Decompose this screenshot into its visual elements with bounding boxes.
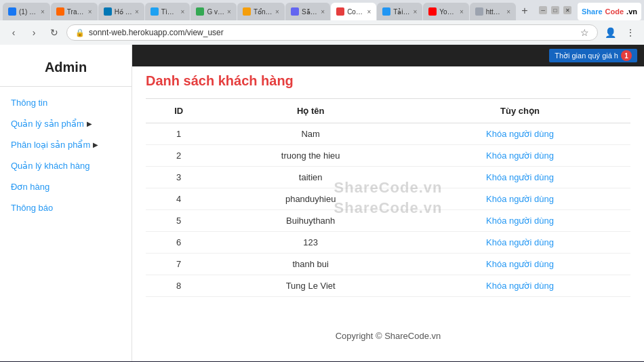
browser-tab-fb[interactable]: (1) Faceb...× [3,3,50,20]
close-button[interactable]: ✕ [563,6,571,14]
cell-action: Khóa người dùng [409,167,630,188]
table-row: 7thanh buiKhóa người dùng [146,254,630,275]
sidebar-item-quan-ly-khach-hang[interactable]: Quản lý khách hàng [0,155,132,176]
tab-favicon-fb [8,7,16,16]
customers-table: ID Họ tên Tùy chọn 1NamKhóa người dùng2t… [146,98,630,297]
browser-tab-trang[interactable]: Trang chi...× [51,3,98,20]
lock-user-link[interactable]: Khóa người dùng [486,216,554,226]
tab-label-fb: (1) Faceb... [19,8,38,16]
tab-close-tai[interactable]: × [413,8,417,16]
minimize-button[interactable]: ─ [539,6,547,14]
browser-tab-th[interactable]: Tổng hợp...× [237,3,285,20]
sidebar-item-don-hang[interactable]: Đơn hàng [0,176,132,197]
new-tab-button[interactable]: + [517,3,533,19]
logo-sc-suffix: .vn [626,7,637,16]
tab-favicon-tai [382,7,390,16]
table-container: ShareCode.vn ShareCode.vn ID Họ tên Tùy … [146,98,630,297]
tab-favicon-tim [150,7,159,16]
tab-label-ho: Hồ sơ ca... [115,8,132,16]
table-row: 3taitienKhóa người dùng [146,167,630,188]
cell-action: Khóa người dùng [409,145,630,167]
table-row: 5BuihuythanhKhóa người dùng [146,210,630,232]
browser-logo: ShareCode.vn [578,3,641,20]
sidebar-item-thong-tin[interactable]: Thông tin [0,92,132,113]
lock-user-link[interactable]: Khóa người dùng [486,129,554,139]
browser-tab-cx[interactable]: CodersX...× [331,3,376,20]
page-wrapper: Admin Thông tinQuản lý sản phẩm▶Phân loạ… [0,45,644,361]
bookmark-icon[interactable]: ☆ [580,27,589,38]
table-row: 2truong the hieuKhóa người dùng [146,145,630,167]
cell-id: 2 [146,145,212,167]
forward-button[interactable]: › [26,24,42,41]
table-header-row: ID Họ tên Tùy chọn [146,99,630,123]
browser-tab-yt[interactable]: YouTube...× [423,3,468,20]
tab-close-trang[interactable]: × [88,8,92,16]
menu-icon[interactable]: ⋮ [622,24,639,41]
lock-user-link[interactable]: Khóa người dùng [486,281,554,291]
tab-close-yt[interactable]: × [460,8,464,16]
lock-user-link[interactable]: Khóa người dùng [486,194,554,204]
tab-favicon-cx [336,7,344,16]
tab-close-sxb[interactable]: × [321,8,325,16]
footer-text: Copyright © ShareCode.vn [336,331,441,341]
sidebar-title: Admin [0,52,132,87]
table-header: ID Họ tên Tùy chọn [146,99,630,123]
cell-name: phanduyhieu [212,188,409,210]
cell-id: 3 [146,167,212,188]
table-row: 1NamKhóa người dùng [146,123,630,145]
cell-name: Buihuythanh [212,210,409,232]
tab-label-trang: Trang chi... [67,8,85,16]
tab-label-sxb: Sắp xếp... [302,8,318,16]
user-icon[interactable]: 👤 [602,24,618,41]
reload-button[interactable]: ↻ [46,24,62,41]
page-title: Danh sách khách hàng [146,73,630,89]
tab-favicon-https [475,7,483,16]
cell-action: Khóa người dùng [409,210,630,232]
cell-id: 6 [146,232,212,254]
browser-tab-https[interactable]: https://so...× [470,3,516,20]
address-input[interactable]: 🔒 sonnt-web.herokuapp.com/view_user ☆ [66,24,598,41]
lock-user-link[interactable]: Khóa người dùng [486,172,554,182]
sidebar-item-phan-loai-san-pham[interactable]: Phân loại sản phẩm▶ [0,134,132,155]
col-id: ID [146,99,212,123]
tab-close-tim[interactable]: × [181,8,185,16]
tab-close-th[interactable]: × [275,8,279,16]
browser-tab-ho[interactable]: Hồ sơ ca...× [98,3,144,20]
browser-tab-tai[interactable]: Tải code...× [377,3,422,20]
table-row: 8Tung Le VietKhóa người dùng [146,275,630,297]
browser-tab-gv[interactable]: G việc là...× [190,3,236,20]
tab-label-th: Tổng hợp... [254,8,273,16]
tab-label-tai: Tải code... [393,8,410,16]
browser-tab-tim[interactable]: Tìm việc...× [145,3,190,20]
lock-user-link[interactable]: Khóa người dùng [486,259,554,269]
browser-tab-sxb[interactable]: Sắp xếp...× [285,3,330,20]
tab-favicon-ho [104,7,112,16]
cell-id: 5 [146,210,212,232]
maximize-button[interactable]: □ [551,6,559,14]
tab-close-ho[interactable]: × [135,8,139,16]
cell-action: Khóa người dùng [409,188,630,210]
sidebar-item-thong-bao[interactable]: Thông báo [0,197,132,218]
cell-id: 1 [146,123,212,145]
back-button[interactable]: ‹ [5,24,22,41]
footer: Copyright © ShareCode.vn [146,317,630,355]
cell-id: 7 [146,254,212,275]
top-bar-text: Thời gian quý giá h [555,52,618,60]
tab-close-fb[interactable]: × [41,8,45,16]
tab-close-gv[interactable]: × [227,8,231,16]
cell-action: Khóa người dùng [409,232,630,254]
lock-icon: 🔒 [75,28,85,37]
lock-user-link[interactable]: Khóa người dùng [486,150,554,161]
table-row: 6123Khóa người dùng [146,232,630,254]
sidebar-nav: Thông tinQuản lý sản phẩm▶Phân loại sản … [0,92,132,218]
window-controls: ─ □ ✕ [534,3,577,20]
tab-favicon-sxb [291,7,299,16]
tab-favicon-trang [56,7,64,16]
lock-user-link[interactable]: Khóa người dùng [486,237,554,247]
logo-sc-red: Code [605,7,624,16]
sidebar-item-quan-ly-san-pham[interactable]: Quản lý sản phẩm▶ [0,113,132,134]
cell-name: Nam [212,123,409,145]
tab-close-cx[interactable]: × [367,8,371,16]
tab-favicon-gv [196,7,204,16]
tab-close-https[interactable]: × [506,8,510,16]
